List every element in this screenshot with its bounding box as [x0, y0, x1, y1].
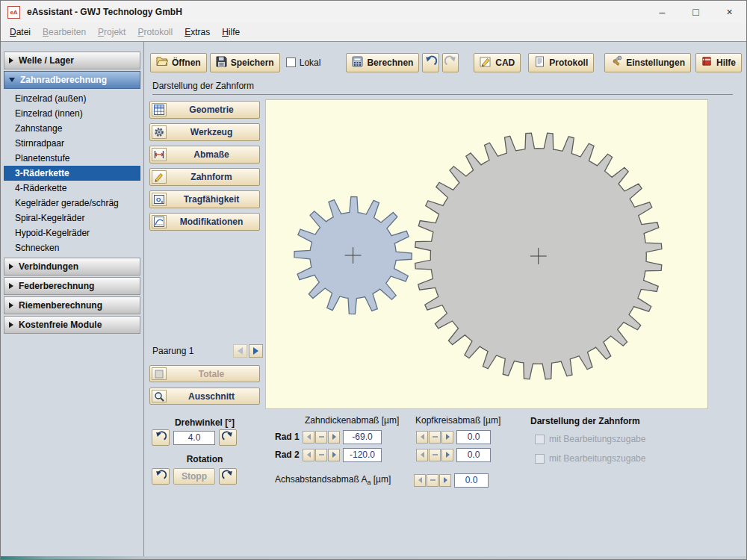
detail-view-button[interactable]: Ausschnitt — [149, 388, 260, 405]
load-capacity-icon: Ox — [152, 193, 167, 206]
cad-button[interactable]: CAD — [474, 53, 521, 72]
menu-hilfe[interactable]: Hilfe — [216, 25, 246, 40]
rotate-cw-run-button[interactable] — [219, 468, 237, 485]
right-arrow-icon — [332, 434, 336, 440]
sidebar-section-verbindungen[interactable]: Verbindungen — [4, 258, 140, 276]
help-button[interactable]: Hilfe — [695, 53, 742, 72]
total-view-button[interactable]: Totale — [149, 365, 260, 382]
center-distance-step-up-button[interactable] — [439, 474, 451, 487]
protocol-button[interactable]: Protokoll — [528, 53, 594, 72]
open-folder-icon — [156, 56, 168, 69]
tip-circle-header: Kopfkreisabmaß [µm] — [415, 415, 500, 426]
rad2-tooth-allowance-input[interactable] — [343, 448, 382, 462]
sidebar-item-einzelrad-aussen[interactable]: Einzelrad (außen) — [4, 91, 140, 106]
modification-chart-icon — [152, 215, 167, 228]
save-floppy-icon — [216, 56, 227, 69]
tooth-thickness-header: Zahndickenabmaß [µm] — [305, 415, 399, 426]
right-arrow-icon — [446, 434, 450, 440]
local-checkbox[interactable]: Lokal — [286, 57, 321, 68]
rad2-tip-step-up-button[interactable] — [441, 449, 453, 461]
previous-pairing-button[interactable] — [233, 344, 247, 358]
section-label: Kostenfreie Module — [19, 320, 102, 330]
geometry-button[interactable]: Geometrie — [149, 101, 260, 119]
rad1-tooth-allowance-input[interactable] — [343, 430, 382, 444]
rotate-ccw-icon — [155, 470, 167, 484]
rad2-tooth-step-down-button[interactable] — [303, 449, 314, 461]
stop-button[interactable]: Stopp — [173, 468, 215, 485]
local-checkbox-box[interactable] — [286, 57, 296, 67]
settings-button[interactable]: Einstellungen — [604, 53, 691, 72]
sidebar-item-einzelrad-innen[interactable]: Einzelrad (innen) — [4, 106, 140, 121]
svg-text:x: x — [161, 199, 164, 204]
pairing-label: Paarung 1 — [152, 346, 232, 356]
tool-button[interactable]: Werkzeug — [149, 123, 260, 141]
next-pairing-button[interactable] — [249, 344, 263, 358]
maximize-button[interactable]: □ — [679, 1, 713, 23]
center-distance-spinner — [414, 474, 452, 487]
sidebar-item-planetenstufe[interactable]: Planetenstufe — [4, 151, 140, 166]
sidebar-gear-items: Einzelrad (außen) Einzelrad (innen) Zahn… — [4, 90, 140, 258]
gear-canvas[interactable] — [266, 100, 707, 408]
redo-button[interactable] — [442, 53, 459, 72]
minimize-button[interactable]: – — [645, 1, 679, 23]
sidebar-item-hypoid-kegelraeder[interactable]: Hypoid-Kegelräder — [4, 225, 140, 240]
allowances-button[interactable]: Abmaße — [149, 146, 260, 164]
caliper-icon — [152, 148, 167, 161]
save-button-label: Speichern — [231, 57, 274, 68]
left-arrow-icon — [418, 477, 422, 483]
close-button[interactable]: × — [713, 1, 746, 23]
section-label: Welle / Lager — [19, 55, 74, 66]
rad1-tooth-step-down-button[interactable] — [303, 431, 314, 444]
center-distance-label: Achsabstandsabmaß Aa [µm] — [275, 474, 414, 486]
cad-pencil-icon — [480, 56, 492, 69]
sidebar-item-schnecken[interactable]: Schnecken — [4, 240, 140, 255]
rad1-label: Rad 1 — [275, 432, 303, 442]
rad1-tip-step-up-button[interactable] — [441, 431, 453, 444]
rad2-tip-step-down-button[interactable] — [416, 449, 428, 461]
menu-protokoll: Protokoll — [131, 25, 179, 40]
minus-icon — [319, 436, 324, 438]
rad1-tip-reset-button[interactable] — [429, 431, 441, 444]
calculate-button[interactable]: Berechnen — [346, 53, 419, 72]
load-capacity-button[interactable]: Ox Tragfähigkeit — [149, 190, 260, 208]
sidebar-item-4-raederkette[interactable]: 4-Räderkette — [4, 181, 140, 196]
center-distance-reset-button[interactable] — [427, 474, 438, 487]
rotate-ccw-run-button[interactable] — [152, 468, 170, 485]
rad2-tip-reset-button[interactable] — [429, 449, 441, 461]
sidebar-item-spiral-kegelraeder[interactable]: Spiral-Kegelräder — [4, 211, 140, 225]
sidebar-section-zahnradberechnung[interactable]: Zahnradberechnung — [4, 71, 140, 89]
rotate-ccw-step-button[interactable] — [152, 429, 170, 446]
center-distance-step-down-button[interactable] — [414, 474, 426, 487]
sidebar-section-welle-lager[interactable]: Welle / Lager — [4, 52, 140, 69]
sidebar-section-kostenfreie-module[interactable]: Kostenfreie Module — [4, 316, 140, 334]
sidebar-item-stirnradpaar[interactable]: Stirnradpaar — [4, 136, 140, 151]
sidebar-section-riemenberechnung[interactable]: Riemenberechnung — [4, 296, 140, 314]
rotation-angle-input[interactable] — [173, 431, 215, 445]
rad2-tip-spinner — [416, 449, 454, 461]
open-button[interactable]: Öffnen — [150, 53, 207, 72]
protocol-button-label: Protokoll — [549, 57, 588, 68]
menu-extras[interactable]: Extras — [179, 25, 216, 40]
rad2-tip-allowance-input[interactable] — [456, 448, 491, 462]
rad1-tooth-reset-button[interactable] — [315, 431, 327, 444]
tooth-form-button[interactable]: Zahnform — [149, 168, 260, 186]
chevron-down-icon — [9, 78, 15, 82]
app-window: eA eAssistant - GWJ Technology GmbH – □ … — [0, 0, 747, 560]
chevron-right-icon — [9, 264, 13, 270]
modifications-button[interactable]: Modifikationen — [149, 213, 260, 231]
rad2-tooth-step-up-button[interactable] — [328, 449, 340, 461]
rotate-cw-step-button[interactable] — [219, 429, 237, 446]
sidebar-item-kegelraeder[interactable]: Kegelräder gerade/schräg — [4, 196, 140, 211]
sidebar-section-federberechnung[interactable]: Federberechnung — [4, 277, 140, 295]
undo-button[interactable] — [422, 53, 438, 72]
sidebar-item-3-raederkette[interactable]: 3-Räderkette — [4, 166, 140, 181]
sidebar-item-zahnstange[interactable]: Zahnstange — [4, 121, 140, 136]
rad1-tooth-step-up-button[interactable] — [328, 431, 340, 444]
machining-allowance-option-1: mit Bearbeitungszugabe — [535, 434, 645, 444]
center-distance-allowance-input[interactable] — [454, 473, 489, 488]
menu-datei[interactable]: Datei — [4, 25, 37, 40]
rad1-tip-allowance-input[interactable] — [456, 430, 491, 444]
rad2-tooth-reset-button[interactable] — [315, 449, 327, 461]
rad1-tip-step-down-button[interactable] — [416, 431, 428, 444]
save-button[interactable]: Speichern — [210, 53, 280, 72]
